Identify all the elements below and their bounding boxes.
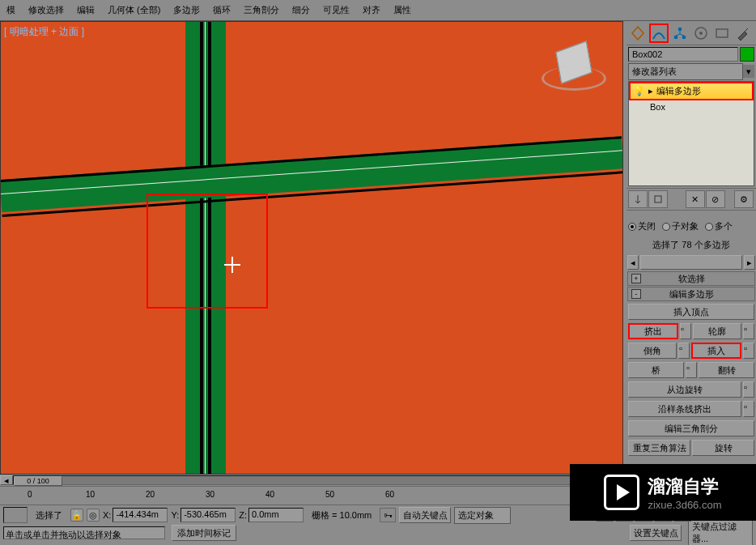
watermark-text: 溜溜自学 zixue.3d66.com: [648, 475, 721, 511]
utilities-tab-icon[interactable]: [733, 23, 753, 43]
timeline[interactable]: ◂ 0 / 100 ▸: [0, 475, 623, 486]
edit-tri-button[interactable]: 编辑三角剖分: [628, 420, 754, 436]
create-tab-icon[interactable]: [628, 23, 648, 43]
bridge-settings-button[interactable]: ▫: [686, 362, 697, 378]
time-ruler[interactable]: 0 10 20 30 40 50 60: [0, 486, 623, 504]
modify-tab-icon[interactable]: [649, 23, 669, 43]
insert-vertex-button[interactable]: 插入顶点: [628, 304, 754, 320]
pin-stack-button[interactable]: [628, 190, 648, 208]
ruler-tick: 60: [385, 490, 394, 499]
show-result-button[interactable]: [648, 190, 668, 208]
selection-mode-subobject[interactable]: 子对象: [662, 220, 699, 232]
menu-item[interactable]: 对齐: [356, 1, 387, 19]
rollout-soft-selection[interactable]: + 软选择: [627, 271, 755, 286]
radio-label: 子对象: [672, 220, 699, 232]
flip-button[interactable]: 翻转: [699, 362, 754, 378]
modifier-list-dropdown[interactable]: 修改器列表: [628, 63, 743, 80]
menu-item[interactable]: 多边形: [167, 1, 206, 19]
retriangulate-button[interactable]: 重复三角算法: [628, 440, 690, 456]
time-prev-button[interactable]: ◂: [0, 475, 13, 485]
inset-settings-button[interactable]: ▫: [743, 343, 754, 359]
bevel-settings-button[interactable]: ▫: [678, 343, 690, 359]
motion-tab-icon[interactable]: [691, 23, 711, 43]
expand-icon[interactable]: ▸: [648, 86, 653, 96]
menu-item[interactable]: 细分: [286, 1, 316, 19]
rollout-toggle-icon[interactable]: +: [631, 274, 641, 283]
watermark-brand: 溜溜自学: [648, 475, 721, 499]
radio-icon: [705, 223, 713, 231]
along-spline-extrude-button[interactable]: 沿样条线挤出: [628, 401, 741, 417]
scroll-right-button[interactable]: ▸: [744, 255, 755, 270]
outline-button[interactable]: 轮廓: [693, 323, 741, 339]
scroll-track[interactable]: [640, 255, 742, 270]
selection-info: 选择了 78 个多边形: [626, 236, 756, 254]
radio-icon: [628, 223, 636, 231]
bridge-button[interactable]: 桥: [628, 362, 684, 378]
lock-icon[interactable]: 🔒: [70, 509, 83, 522]
watermark-url: zixue.3d66.com: [648, 499, 721, 511]
viewport-label[interactable]: [ 明暗处理 + 边面 ]: [4, 25, 84, 39]
object-color-swatch[interactable]: [740, 47, 754, 62]
selection-mode-multi[interactable]: 多个: [705, 220, 733, 232]
selection-count-label: 选择了: [31, 508, 67, 523]
time-slider-track[interactable]: 0 / 100: [13, 475, 610, 485]
menu-item[interactable]: 几何体 (全部): [101, 1, 167, 19]
key-target-dropdown[interactable]: 选定对象: [454, 507, 511, 524]
z-coord-group: Z: 0.0mm: [239, 508, 304, 522]
z-coord-input[interactable]: 0.0mm: [248, 508, 304, 522]
script-listener[interactable]: [3, 507, 28, 523]
make-unique-button[interactable]: ✕: [686, 190, 705, 208]
remove-modifier-button[interactable]: ⊘: [706, 190, 725, 208]
inset-button[interactable]: 插入: [691, 343, 741, 359]
modifier-stack[interactable]: 💡 ▸ 编辑多边形 Box: [628, 81, 754, 186]
viewcube[interactable]: [550, 38, 598, 87]
along-spline-extrude-settings-button[interactable]: ▫: [743, 401, 754, 417]
scroll-left-button[interactable]: ◂: [627, 255, 639, 270]
selection-highlight-box: [147, 194, 268, 309]
cursor-crosshair-icon: [224, 257, 240, 273]
menu-item[interactable]: 修改选择: [22, 1, 70, 19]
from-edge-rotate-button[interactable]: 从边旋转: [628, 381, 741, 398]
configure-sets-button[interactable]: ⚙: [734, 190, 754, 208]
menu-item[interactable]: 属性: [387, 1, 418, 19]
add-time-tag-button[interactable]: 添加时间标记: [172, 525, 236, 541]
key-icon[interactable]: 🗝: [380, 508, 396, 522]
outline-settings-button[interactable]: ▫: [743, 323, 754, 339]
from-edge-rotate-settings-button[interactable]: ▫: [743, 381, 754, 398]
time-slider-handle[interactable]: 0 / 100: [14, 476, 62, 486]
lightbulb-icon[interactable]: 💡: [634, 86, 645, 96]
menu-bar: 模 修改选择 编辑 几何体 (全部) 多边形 循环 三角剖分 细分 可见性 对齐…: [0, 0, 756, 21]
modifier-stack-item-box[interactable]: Box: [629, 100, 754, 113]
viewcube-ring-icon[interactable]: [542, 66, 606, 91]
x-coord-input[interactable]: -414.434m: [113, 508, 168, 522]
extrude-button[interactable]: 挤出: [628, 323, 678, 339]
object-name-input[interactable]: Box002: [628, 47, 738, 62]
display-tab-icon[interactable]: [712, 23, 732, 43]
menu-item[interactable]: 编辑: [70, 1, 101, 19]
bevel-button[interactable]: 倒角: [628, 343, 677, 359]
dropdown-arrow-icon[interactable]: ▾: [743, 65, 754, 78]
selection-mode-off[interactable]: 关闭: [628, 220, 656, 232]
stack-item-label: Box: [650, 102, 665, 112]
rollout-toggle-icon[interactable]: -: [631, 289, 641, 299]
hierarchy-tab-icon[interactable]: [670, 23, 690, 43]
rollout-label: 编辑多边形: [669, 288, 714, 300]
extrude-settings-button[interactable]: ▫: [680, 323, 691, 339]
ruler-tick: 0: [28, 490, 32, 499]
auto-key-button[interactable]: 自动关键点: [399, 507, 451, 523]
rollout-edit-poly[interactable]: - 编辑多边形: [627, 287, 755, 301]
x-coord-group: X: -414.434m: [103, 508, 168, 522]
ruler-tick: 20: [146, 490, 155, 499]
command-panel-tabs: [626, 21, 756, 45]
svg-rect-5: [716, 29, 728, 37]
modifier-stack-item-edit-poly[interactable]: 💡 ▸ 编辑多边形: [629, 82, 754, 100]
menu-item[interactable]: 三角剖分: [237, 1, 286, 19]
menu-item[interactable]: 可见性: [316, 1, 356, 19]
isolate-icon[interactable]: ◎: [87, 509, 100, 522]
rotate-button[interactable]: 旋转: [692, 440, 754, 456]
y-coord-input[interactable]: -530.465m: [181, 508, 236, 522]
menu-item[interactable]: 循环: [206, 1, 237, 19]
viewport[interactable]: [ 明暗处理 + 边面 ]: [0, 21, 623, 475]
menu-item[interactable]: 模: [0, 1, 22, 19]
set-key-button[interactable]: 设置关键点: [630, 525, 682, 541]
